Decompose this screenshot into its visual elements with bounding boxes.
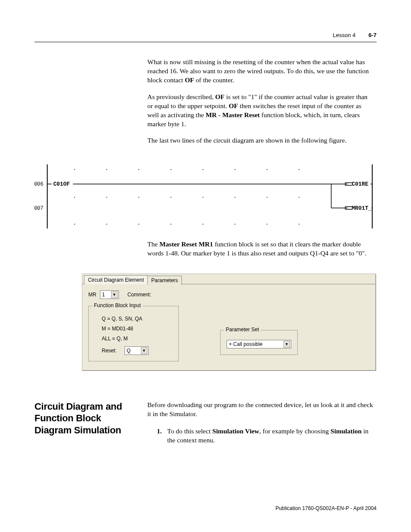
p4-text-a: The (147, 240, 159, 248)
svg-point-20 (138, 224, 139, 225)
chevron-down-icon: ▼ (141, 347, 147, 354)
reset-value: Q (127, 348, 131, 354)
fb-line-all: ALL = Q, M (102, 334, 172, 344)
section-heading: Circuit Diagram and Function Block Diagr… (34, 401, 135, 445)
section-intro: Before downloading our program to the co… (147, 401, 377, 419)
step-simulation-view: Simulation View (212, 427, 259, 435)
tab-parameters[interactable]: Parameters (147, 276, 182, 285)
fb-line-q: Q = Q, S, SN, QA (102, 314, 172, 324)
parameter-set-fieldset: Parameter Set + Call possible ▼ (220, 330, 298, 355)
p1-text-b: of the counter. (194, 76, 234, 84)
ladder-row-006: 006 (34, 182, 43, 188)
mr-number-dropdown[interactable]: 1 ▼ (100, 290, 119, 299)
body-column: What is now still missing is the resetti… (147, 58, 371, 145)
svg-point-18 (74, 224, 75, 225)
comment-label: Comment: (128, 292, 151, 298)
footer-publication: Publication 1760-QS002A-EN-P - April 200… (275, 505, 377, 511)
svg-point-9 (299, 169, 299, 170)
header-page-number: 6-7 (368, 32, 377, 38)
p2-of1: OF (215, 93, 225, 100)
reset-label: Reset: (102, 348, 117, 354)
function-block-input-legend: Function Block Input (92, 302, 143, 308)
function-block-input-fieldset: Function Block Input Q = Q, S, SN, QA M … (88, 306, 179, 361)
step-text-b: , for example by choosing (259, 427, 330, 435)
ladder-c01re: C01RE (352, 181, 368, 188)
p1-text-a: What is now still missing is the resetti… (147, 58, 369, 84)
header-lesson: Lesson 4 (333, 32, 355, 38)
paragraph-3: The last two lines of the circuit diagra… (147, 136, 371, 145)
ladder-c01of: C01OF (53, 181, 70, 188)
step-number: 1. (157, 427, 167, 445)
paragraph-1: What is now still missing is the resetti… (147, 58, 371, 85)
section-body: Before downloading our program to the co… (147, 401, 377, 445)
paragraph-2: As previously described, OF is set to "1… (147, 93, 371, 129)
svg-point-24 (267, 224, 268, 225)
svg-point-16 (267, 197, 268, 198)
paragraph-4: The Master Reset MR1 function block is s… (147, 240, 371, 258)
svg-point-14 (202, 197, 203, 198)
svg-point-11 (106, 197, 107, 198)
svg-point-4 (138, 169, 139, 170)
svg-point-22 (202, 224, 203, 225)
p2-text-a: As previously described, (147, 93, 215, 100)
tab-circuit-diagram-element[interactable]: Circuit Diagram Element (84, 275, 148, 284)
parameter-set-dropdown[interactable]: + Call possible ▼ (227, 340, 291, 348)
p4-mr1: Master Reset MR1 (159, 240, 213, 248)
svg-point-12 (138, 197, 139, 198)
step-simulation: Simulation (330, 427, 361, 435)
p1-of: OF (185, 76, 194, 84)
ladder-row-007: 007 (34, 205, 43, 212)
svg-point-6 (202, 169, 203, 170)
svg-point-25 (299, 224, 299, 225)
p2-mr: MR - Master Reset (206, 111, 260, 118)
svg-point-5 (171, 169, 171, 170)
p2-of2: OF (229, 102, 238, 109)
parameter-set-value: + Call possible (229, 341, 262, 347)
svg-point-7 (234, 169, 235, 170)
svg-point-19 (106, 224, 107, 225)
svg-point-2 (74, 169, 75, 170)
svg-point-13 (171, 197, 171, 198)
step-text-a: To do this select (167, 427, 212, 435)
step-1: 1. To do this select Simulation View, fo… (157, 427, 377, 445)
mr-selector-row: MR 1 ▼ Comment: (88, 290, 369, 299)
body-column-2: The Master Reset MR1 function block is s… (147, 240, 371, 258)
ladder-mr01t: MR01T_ (352, 205, 372, 212)
parameter-set-legend: Parameter Set (224, 327, 261, 333)
mr-label: MR (88, 292, 97, 298)
svg-point-23 (234, 224, 235, 225)
svg-point-21 (171, 224, 171, 225)
reset-dropdown[interactable]: Q ▼ (125, 346, 149, 355)
ladder-diagram: 006 007 C01OF C01RE MR01T_ (32, 164, 374, 229)
ladder-grid-dots (74, 169, 299, 225)
chevron-down-icon: ▼ (111, 291, 118, 298)
svg-point-15 (234, 197, 235, 198)
dialog-screenshot: Circuit Diagram Element Parameters MR 1 … (82, 274, 376, 370)
svg-point-3 (106, 169, 107, 170)
svg-point-10 (74, 197, 75, 198)
svg-point-17 (299, 197, 299, 198)
fb-line-m: M = MD01-48 (102, 324, 172, 334)
mr-number-value: 1 (102, 292, 105, 298)
page-header: Lesson 4 6-7 (34, 32, 377, 42)
chevron-down-icon: ▼ (283, 341, 290, 348)
svg-point-8 (267, 169, 268, 170)
dialog-tabs: Circuit Diagram Element Parameters (82, 274, 375, 284)
